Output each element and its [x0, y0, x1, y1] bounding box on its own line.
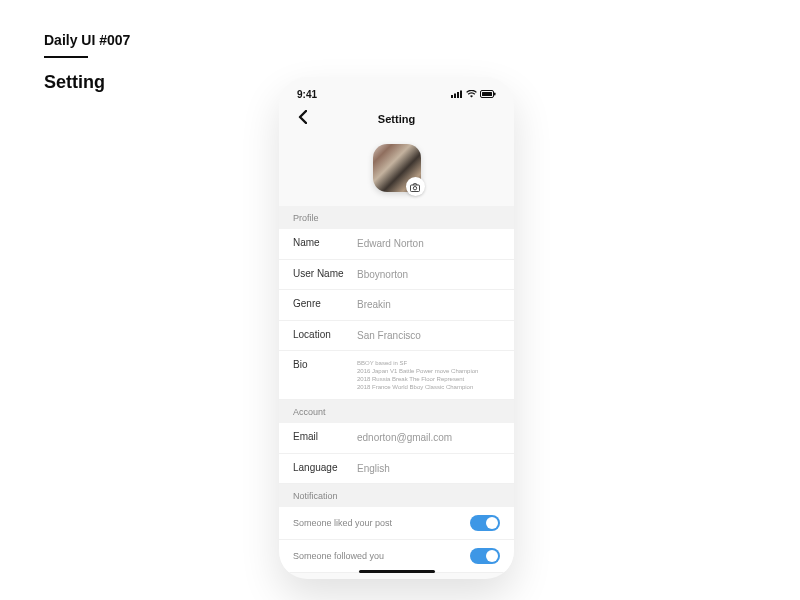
- row-language[interactable]: Language English: [279, 454, 514, 485]
- row-notif-liked: Someone liked your post: [279, 507, 514, 540]
- chevron-left-icon: [298, 110, 307, 128]
- genre-label: Genre: [293, 298, 357, 309]
- profile-section-header: Profile: [279, 206, 514, 229]
- row-genre[interactable]: Genre Breakin: [279, 290, 514, 321]
- status-icons: [451, 89, 496, 100]
- email-value: ednorton@gmail.com: [357, 431, 452, 445]
- bio-label: Bio: [293, 359, 357, 370]
- notif-liked-label: Someone liked your post: [293, 518, 392, 528]
- notif-liked-toggle[interactable]: [470, 515, 500, 531]
- phone-frame: 9:41 Setting Profile Name Edward Norton …: [279, 77, 514, 579]
- svg-rect-2: [457, 92, 459, 98]
- challenge-label: Daily UI #007: [44, 32, 130, 48]
- status-time: 9:41: [297, 89, 317, 100]
- svg-point-8: [413, 186, 416, 189]
- outer-heading: Daily UI #007 Setting: [44, 32, 130, 93]
- email-label: Email: [293, 431, 357, 442]
- location-label: Location: [293, 329, 357, 340]
- location-value: San Francisco: [357, 329, 421, 343]
- name-value: Edward Norton: [357, 237, 424, 251]
- back-button[interactable]: [293, 110, 311, 128]
- row-email[interactable]: Email ednorton@gmail.com: [279, 423, 514, 454]
- signal-icon: [451, 89, 463, 100]
- nav-title: Setting: [378, 113, 415, 125]
- page-title: Setting: [44, 72, 130, 93]
- notif-followed-label: Someone followed you: [293, 551, 384, 561]
- row-name[interactable]: Name Edward Norton: [279, 229, 514, 260]
- row-location[interactable]: Location San Francisco: [279, 321, 514, 352]
- nav-bar: Setting: [279, 100, 514, 140]
- bio-value: BBOY based in SF 2016 Japan V1 Battle Po…: [357, 359, 478, 391]
- wifi-icon: [466, 89, 477, 100]
- account-section-header: Account: [279, 400, 514, 423]
- row-bio[interactable]: Bio BBOY based in SF 2016 Japan V1 Battl…: [279, 351, 514, 400]
- language-label: Language: [293, 462, 357, 473]
- genre-value: Breakin: [357, 298, 391, 312]
- svg-rect-7: [411, 185, 420, 192]
- username-label: User Name: [293, 268, 357, 279]
- camera-icon: [410, 178, 420, 196]
- status-bar: 9:41: [279, 77, 514, 100]
- username-value: Bboynorton: [357, 268, 408, 282]
- avatar-section: [279, 140, 514, 206]
- row-username[interactable]: User Name Bboynorton: [279, 260, 514, 291]
- change-photo-button[interactable]: [406, 177, 425, 196]
- language-value: English: [357, 462, 390, 476]
- notification-section-header: Notification: [279, 484, 514, 507]
- svg-rect-0: [451, 95, 453, 98]
- battery-icon: [480, 89, 496, 100]
- svg-rect-1: [454, 94, 456, 99]
- svg-rect-6: [494, 93, 496, 96]
- heading-underline: [44, 56, 88, 58]
- profile-avatar[interactable]: [373, 144, 421, 192]
- home-indicator[interactable]: [359, 570, 435, 573]
- svg-rect-3: [460, 91, 462, 99]
- svg-rect-5: [482, 92, 492, 96]
- name-label: Name: [293, 237, 357, 248]
- notif-followed-toggle[interactable]: [470, 548, 500, 564]
- row-notif-followed: Someone followed you: [279, 540, 514, 573]
